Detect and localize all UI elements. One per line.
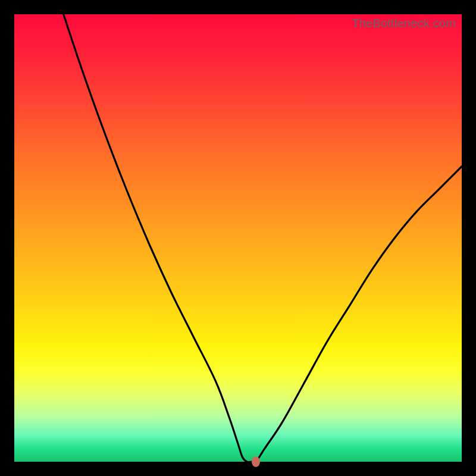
plot-area: TheBottleneck.com	[14, 14, 462, 462]
bottleneck-curve	[14, 14, 462, 462]
minimum-marker-icon	[252, 456, 260, 467]
chart-frame: TheBottleneck.com	[0, 0, 476, 476]
